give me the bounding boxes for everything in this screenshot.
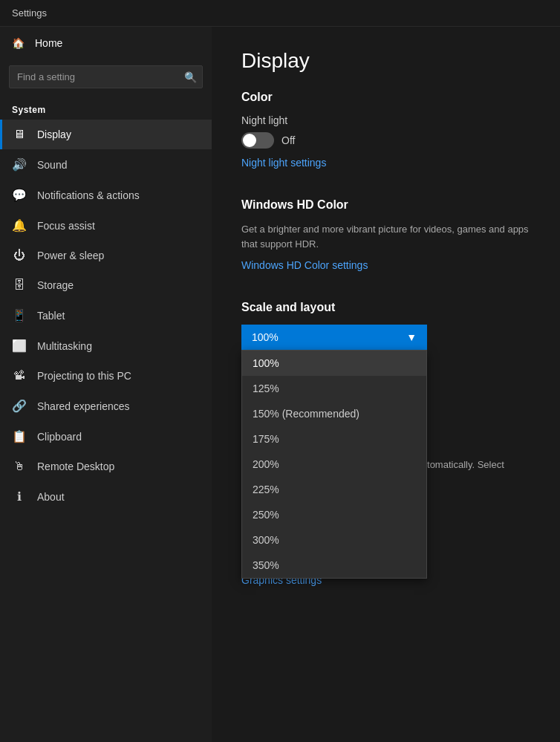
- sidebar-item-power[interactable]: ⏻ Power & sleep: [0, 241, 212, 270]
- main-content: Display Color Night light Off Night ligh…: [212, 27, 560, 742]
- main-layout: 🏠 Home 🔍 System 🖥 Display 🔊 Sound 💬 Noti…: [0, 27, 560, 742]
- focus-icon: 🔔: [12, 218, 27, 232]
- remote-icon: 🖱: [12, 460, 27, 473]
- scale-dropdown-selected[interactable]: 100% ▼: [241, 325, 427, 350]
- about-icon: ℹ: [12, 489, 27, 504]
- home-icon: 🏠: [12, 37, 25, 49]
- sidebar-item-tablet[interactable]: 📱 Tablet: [0, 300, 212, 331]
- windows-hd-description: Get a brighter and more vibrant picture …: [241, 222, 530, 251]
- scale-selected-value: 100%: [252, 331, 279, 343]
- sidebar-item-focus[interactable]: 🔔 Focus assist: [0, 210, 212, 241]
- dropdown-option[interactable]: 300%: [242, 527, 426, 553]
- scale-layout-title: Scale and layout: [241, 301, 530, 314]
- multitasking-icon: ⬜: [12, 339, 27, 353]
- sidebar-item-label-multitasking: Multitasking: [37, 340, 92, 352]
- dropdown-option[interactable]: 250%: [242, 502, 426, 527]
- sidebar-items-container: 🖥 Display 🔊 Sound 💬 Notifications & acti…: [0, 120, 212, 512]
- power-icon: ⏻: [12, 249, 27, 262]
- sidebar-item-multitasking[interactable]: ⬜ Multitasking: [0, 331, 212, 361]
- sidebar-item-shared[interactable]: 🔗 Shared experiences: [0, 391, 212, 421]
- sidebar-item-label-shared: Shared experiences: [37, 400, 130, 412]
- search-box: 🔍: [9, 65, 203, 88]
- dropdown-option[interactable]: 125%: [242, 376, 426, 401]
- sidebar-item-label-sound: Sound: [37, 159, 67, 171]
- sidebar-item-label-remote: Remote Desktop: [37, 461, 114, 472]
- display-icon: 🖥: [12, 128, 27, 141]
- storage-icon: 🗄: [12, 279, 27, 292]
- sidebar-item-display[interactable]: 🖥 Display: [0, 120, 212, 149]
- scale-dropdown-container: 100% ▼ 100%125%150% (Recommended)175%200…: [241, 325, 427, 350]
- sidebar-item-label-clipboard: Clipboard: [37, 431, 82, 443]
- night-light-status: Off: [281, 134, 295, 146]
- sidebar-item-clipboard[interactable]: 📋 Clipboard: [0, 421, 212, 452]
- dropdown-option[interactable]: 150% (Recommended): [242, 401, 426, 426]
- search-icon: 🔍: [184, 71, 197, 83]
- night-light-toggle[interactable]: [241, 132, 274, 149]
- color-section-title: Color: [241, 91, 530, 104]
- sidebar-item-storage[interactable]: 🗄 Storage: [0, 270, 212, 300]
- night-light-label: Night light: [241, 114, 530, 126]
- sound-icon: 🔊: [12, 157, 27, 172]
- dropdown-option[interactable]: 350%: [242, 553, 426, 578]
- sidebar-home-label: Home: [35, 37, 62, 49]
- sidebar-home-button[interactable]: 🏠 Home: [0, 27, 212, 59]
- windows-hd-color-title: Windows HD Color: [241, 198, 530, 212]
- notifications-icon: 💬: [12, 188, 27, 202]
- dropdown-option[interactable]: 200%: [242, 452, 426, 477]
- sidebar-item-label-projecting: Projecting to this PC: [37, 370, 131, 382]
- dropdown-chevron-icon: ▼: [406, 331, 417, 343]
- title-bar-label: Settings: [12, 7, 47, 19]
- sidebar-item-label-power: Power & sleep: [37, 250, 104, 261]
- sidebar-item-label-display: Display: [37, 128, 71, 140]
- sidebar: 🏠 Home 🔍 System 🖥 Display 🔊 Sound 💬 Noti…: [0, 27, 212, 742]
- sidebar-item-sound[interactable]: 🔊 Sound: [0, 149, 212, 180]
- dropdown-option[interactable]: 100%: [242, 351, 426, 376]
- dropdown-option[interactable]: 175%: [242, 426, 426, 452]
- night-light-toggle-row: Off: [241, 132, 530, 149]
- tablet-icon: 📱: [12, 308, 27, 322]
- sidebar-item-about[interactable]: ℹ About: [0, 481, 212, 512]
- clipboard-icon: 📋: [12, 429, 27, 443]
- sidebar-item-label-storage: Storage: [37, 279, 74, 291]
- sidebar-item-notifications[interactable]: 💬 Notifications & actions: [0, 180, 212, 210]
- projecting-icon: 📽: [12, 369, 27, 383]
- dropdown-option[interactable]: 225%: [242, 477, 426, 502]
- sidebar-item-label-about: About: [37, 491, 65, 503]
- sidebar-section-label: System: [0, 94, 212, 120]
- sidebar-item-label-notifications: Notifications & actions: [37, 189, 140, 201]
- sidebar-item-projecting[interactable]: 📽 Projecting to this PC: [0, 361, 212, 391]
- page-title: Display: [241, 49, 530, 73]
- scale-dropdown-list: 100%125%150% (Recommended)175%200%225%25…: [241, 350, 427, 579]
- windows-hd-color-link[interactable]: Windows HD Color settings: [241, 259, 368, 271]
- night-light-settings-link[interactable]: Night light settings: [241, 157, 326, 169]
- sidebar-item-remote[interactable]: 🖱 Remote Desktop: [0, 452, 212, 481]
- search-input[interactable]: [9, 65, 203, 88]
- shared-icon: 🔗: [12, 399, 27, 413]
- sidebar-item-label-tablet: Tablet: [37, 310, 65, 322]
- title-bar: Settings: [0, 0, 560, 27]
- sidebar-item-label-focus: Focus assist: [37, 220, 95, 232]
